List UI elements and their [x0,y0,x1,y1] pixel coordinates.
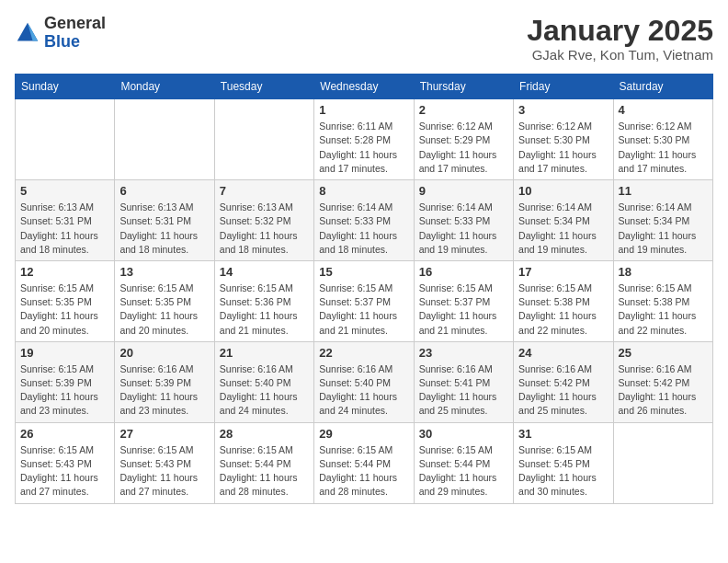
day-info: Sunrise: 6:15 AMSunset: 5:44 PMDaylight:… [319,443,408,500]
day-number: 9 [419,184,508,198]
day-info: Sunrise: 6:13 AMSunset: 5:31 PMDaylight:… [119,201,209,257]
day-number: 12 [20,265,109,279]
calendar-week-row: 26Sunrise: 6:15 AMSunset: 5:43 PMDayligh… [16,422,713,503]
calendar-cell: 11Sunrise: 6:14 AMSunset: 5:34 PMDayligh… [613,180,712,261]
day-info: Sunrise: 6:15 AMSunset: 5:43 PMDaylight:… [20,443,109,500]
calendar-cell [613,422,712,503]
weekday-header-tuesday: Tuesday [214,75,313,99]
day-number: 29 [319,427,408,441]
day-info: Sunrise: 6:14 AMSunset: 5:33 PMDaylight:… [319,201,408,257]
day-info: Sunrise: 6:11 AMSunset: 5:28 PMDaylight:… [319,120,408,176]
calendar-cell: 27Sunrise: 6:15 AMSunset: 5:43 PMDayligh… [115,422,214,503]
calendar-cell [115,99,214,180]
day-number: 7 [220,184,309,198]
weekday-header-row: SundayMondayTuesdayWednesdayThursdayFrid… [16,75,713,99]
calendar-cell: 29Sunrise: 6:15 AMSunset: 5:44 PMDayligh… [314,422,414,503]
calendar-cell [214,99,313,180]
calendar-cell: 13Sunrise: 6:15 AMSunset: 5:35 PMDayligh… [115,260,214,341]
day-number: 20 [119,346,209,360]
day-info: Sunrise: 6:14 AMSunset: 5:34 PMDaylight:… [518,201,608,257]
day-number: 14 [220,265,309,279]
calendar-cell: 7Sunrise: 6:13 AMSunset: 5:32 PMDaylight… [214,180,313,261]
day-info: Sunrise: 6:16 AMSunset: 5:40 PMDaylight:… [319,362,408,419]
day-info: Sunrise: 6:15 AMSunset: 5:35 PMDaylight:… [119,282,209,338]
day-number: 27 [119,427,209,441]
day-number: 11 [619,184,708,198]
calendar-cell: 2Sunrise: 6:12 AMSunset: 5:29 PMDaylight… [414,99,513,180]
weekday-header-monday: Monday [115,75,214,99]
day-info: Sunrise: 6:15 AMSunset: 5:37 PMDaylight:… [319,282,408,338]
day-number: 18 [619,265,708,279]
month-title: January 2025 [527,15,713,47]
day-number: 19 [20,346,109,360]
day-info: Sunrise: 6:16 AMSunset: 5:41 PMDaylight:… [419,362,508,419]
calendar-cell: 19Sunrise: 6:15 AMSunset: 5:39 PMDayligh… [16,341,115,422]
weekday-header-thursday: Thursday [414,75,513,99]
day-info: Sunrise: 6:15 AMSunset: 5:43 PMDaylight:… [119,443,209,500]
day-info: Sunrise: 6:16 AMSunset: 5:39 PMDaylight:… [119,362,209,419]
calendar-cell: 1Sunrise: 6:11 AMSunset: 5:28 PMDaylight… [314,99,414,180]
logo: General Blue [15,15,106,52]
calendar-cell [16,99,115,180]
day-info: Sunrise: 6:13 AMSunset: 5:31 PMDaylight:… [20,201,109,257]
calendar-cell: 16Sunrise: 6:15 AMSunset: 5:37 PMDayligh… [414,260,513,341]
page-header: General Blue January 2025 GJak Rve, Kon … [15,15,713,63]
calendar-week-row: 1Sunrise: 6:11 AMSunset: 5:28 PMDaylight… [16,99,713,180]
day-info: Sunrise: 6:16 AMSunset: 5:42 PMDaylight:… [518,362,608,419]
day-info: Sunrise: 6:16 AMSunset: 5:40 PMDaylight:… [220,362,309,419]
logo-icon [15,20,40,46]
day-number: 13 [119,265,209,279]
location-text: GJak Rve, Kon Tum, Vietnam [527,47,713,63]
calendar-week-row: 19Sunrise: 6:15 AMSunset: 5:39 PMDayligh… [16,341,713,422]
calendar-cell: 14Sunrise: 6:15 AMSunset: 5:36 PMDayligh… [214,260,313,341]
weekday-header-friday: Friday [514,75,613,99]
day-number: 4 [619,103,708,117]
day-number: 26 [20,427,109,441]
day-number: 25 [619,346,708,360]
day-number: 1 [319,103,408,117]
day-number: 30 [419,427,508,441]
logo-blue-text: Blue [44,32,80,51]
day-number: 28 [220,427,309,441]
calendar-cell: 4Sunrise: 6:12 AMSunset: 5:30 PMDaylight… [613,99,712,180]
day-info: Sunrise: 6:15 AMSunset: 5:39 PMDaylight:… [20,362,109,419]
day-info: Sunrise: 6:15 AMSunset: 5:44 PMDaylight:… [220,443,309,500]
day-info: Sunrise: 6:15 AMSunset: 5:45 PMDaylight:… [518,443,608,500]
day-number: 3 [518,103,608,117]
day-number: 16 [419,265,508,279]
day-info: Sunrise: 6:15 AMSunset: 5:37 PMDaylight:… [419,282,508,338]
day-number: 24 [518,346,608,360]
calendar-cell: 25Sunrise: 6:16 AMSunset: 5:42 PMDayligh… [613,341,712,422]
calendar-cell: 6Sunrise: 6:13 AMSunset: 5:31 PMDaylight… [115,180,214,261]
calendar-cell: 20Sunrise: 6:16 AMSunset: 5:39 PMDayligh… [115,341,214,422]
day-info: Sunrise: 6:12 AMSunset: 5:30 PMDaylight:… [518,120,608,176]
day-number: 15 [319,265,408,279]
day-info: Sunrise: 6:13 AMSunset: 5:32 PMDaylight:… [220,201,309,257]
day-number: 10 [518,184,608,198]
calendar-cell: 12Sunrise: 6:15 AMSunset: 5:35 PMDayligh… [16,260,115,341]
day-info: Sunrise: 6:15 AMSunset: 5:38 PMDaylight:… [518,282,608,338]
day-number: 5 [20,184,109,198]
calendar-week-row: 5Sunrise: 6:13 AMSunset: 5:31 PMDaylight… [16,180,713,261]
calendar-cell: 21Sunrise: 6:16 AMSunset: 5:40 PMDayligh… [214,341,313,422]
weekday-header-saturday: Saturday [613,75,712,99]
calendar-cell: 26Sunrise: 6:15 AMSunset: 5:43 PMDayligh… [16,422,115,503]
day-info: Sunrise: 6:14 AMSunset: 5:33 PMDaylight:… [419,201,508,257]
day-info: Sunrise: 6:14 AMSunset: 5:34 PMDaylight:… [619,201,708,257]
day-info: Sunrise: 6:15 AMSunset: 5:35 PMDaylight:… [20,282,109,338]
day-number: 6 [119,184,209,198]
day-number: 22 [319,346,408,360]
day-info: Sunrise: 6:12 AMSunset: 5:29 PMDaylight:… [419,120,508,176]
calendar-cell: 10Sunrise: 6:14 AMSunset: 5:34 PMDayligh… [514,180,613,261]
logo-general-text: General [44,14,106,32]
calendar-week-row: 12Sunrise: 6:15 AMSunset: 5:35 PMDayligh… [16,260,713,341]
day-info: Sunrise: 6:15 AMSunset: 5:38 PMDaylight:… [619,282,708,338]
calendar-cell: 15Sunrise: 6:15 AMSunset: 5:37 PMDayligh… [314,260,414,341]
calendar-cell: 24Sunrise: 6:16 AMSunset: 5:42 PMDayligh… [514,341,613,422]
day-number: 23 [419,346,508,360]
weekday-header-wednesday: Wednesday [314,75,414,99]
calendar-cell: 18Sunrise: 6:15 AMSunset: 5:38 PMDayligh… [613,260,712,341]
calendar-cell: 17Sunrise: 6:15 AMSunset: 5:38 PMDayligh… [514,260,613,341]
weekday-header-sunday: Sunday [16,75,115,99]
calendar-table: SundayMondayTuesdayWednesdayThursdayFrid… [15,74,713,503]
